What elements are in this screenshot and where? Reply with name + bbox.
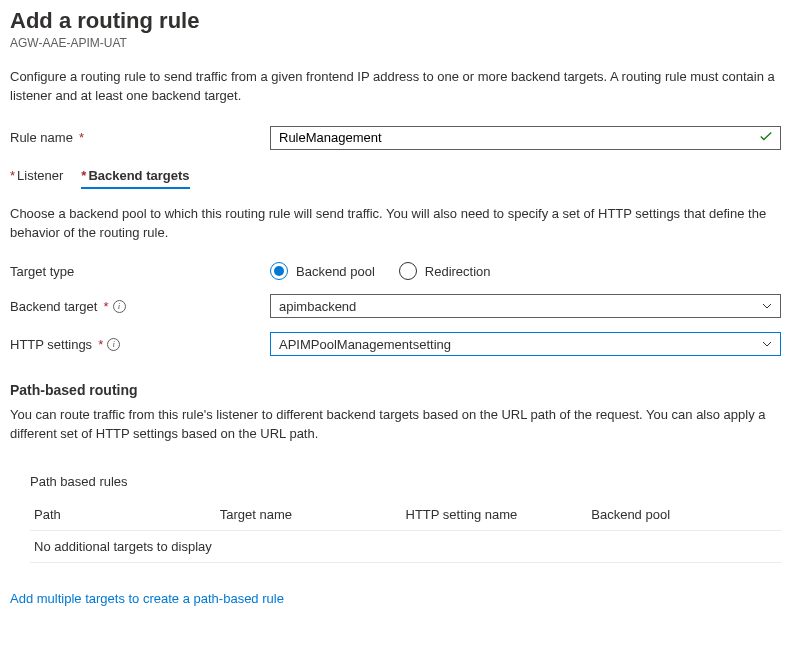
page-description: Configure a routing rule to send traffic… [10,68,781,106]
tab-listener[interactable]: *Listener [10,168,63,189]
chevron-down-icon [762,339,772,349]
radio-redirection[interactable]: Redirection [399,262,491,280]
page-title: Add a routing rule [10,8,781,34]
resource-subtitle: AGW-AAE-APIM-UAT [10,36,781,50]
col-http: HTTP setting name [406,507,592,522]
rule-name-input[interactable] [270,126,781,150]
path-rules-title: Path based rules [30,474,781,489]
col-target: Target name [220,507,406,522]
backend-description: Choose a backend pool to which this rout… [10,205,781,243]
col-path: Path [34,507,220,522]
info-icon[interactable]: i [113,300,126,313]
col-pool: Backend pool [591,507,777,522]
add-multiple-targets-link[interactable]: Add multiple targets to create a path-ba… [10,591,284,606]
radio-unselected-icon [399,262,417,280]
radio-selected-icon [270,262,288,280]
tab-backend-targets[interactable]: *Backend targets [81,168,189,189]
path-rules-table: Path Target name HTTP setting name Backe… [30,499,781,563]
empty-row: No additional targets to display [34,539,220,554]
http-settings-label: HTTP settings* i [10,337,270,352]
required-asterisk: * [79,130,84,145]
chevron-down-icon [762,301,772,311]
rule-name-label: Rule name* [10,130,270,145]
target-type-label: Target type [10,264,270,279]
info-icon[interactable]: i [107,338,120,351]
backend-target-select[interactable]: apimbackend [270,294,781,318]
tabs: *Listener *Backend targets [10,168,781,189]
path-routing-description: You can route traffic from this rule's l… [10,406,781,444]
radio-backend-pool[interactable]: Backend pool [270,262,375,280]
backend-target-label: Backend target* i [10,299,270,314]
http-settings-select[interactable]: APIMPoolManagementsetting [270,332,781,356]
path-routing-heading: Path-based routing [10,382,781,398]
